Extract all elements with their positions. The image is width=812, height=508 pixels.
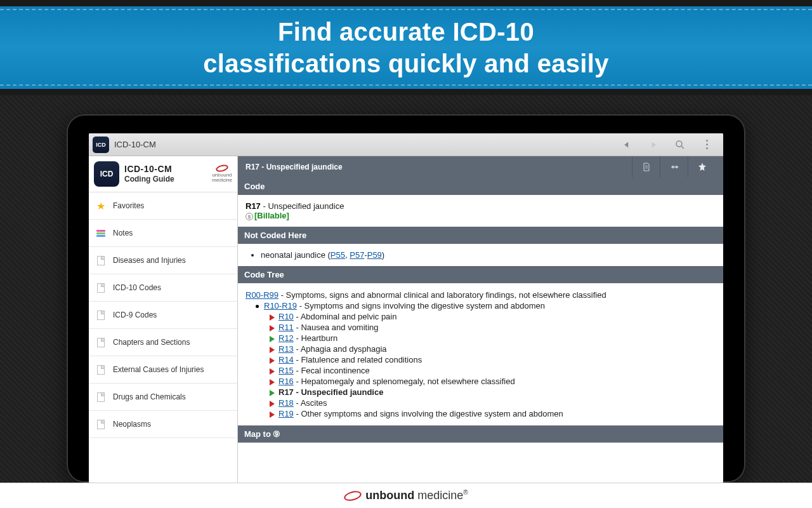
page-icon bbox=[95, 337, 107, 348]
code-link[interactable]: R10-R19 bbox=[264, 301, 297, 311]
sidebar: ICD ICD-10-CM Coding Guide unboundmedici… bbox=[89, 156, 238, 483]
topic-title: R17 - Unspecified jaundice bbox=[246, 163, 632, 171]
star-icon: ★ bbox=[95, 200, 107, 211]
sidebar-item-label: Drugs and Chemicals bbox=[113, 392, 186, 401]
page-footer: unbound medicine® bbox=[0, 483, 812, 508]
tree-item: R19 - Other symptoms and signs involving… bbox=[246, 408, 716, 419]
triangle-icon bbox=[270, 347, 275, 353]
page-icon bbox=[95, 418, 107, 430]
tree-item: R12 - Heartburn bbox=[246, 333, 716, 344]
code-link[interactable]: R19 bbox=[278, 409, 294, 418]
code-link[interactable]: R11 bbox=[278, 323, 294, 332]
app-bar: ICD ICD-10-CM bbox=[89, 133, 723, 156]
code-link[interactable]: R12 bbox=[278, 333, 294, 343]
code-link[interactable]: R00-R99 bbox=[246, 290, 278, 300]
tree-item: R13 - Aphagia and dysphagia bbox=[246, 344, 716, 354]
banner-text: Find accurate ICD-10classifications quic… bbox=[203, 16, 608, 79]
app-icon: ICD bbox=[93, 137, 109, 153]
tablet-frame: ICD ICD-10-CM ICD ICD-10-CM Coding Guide bbox=[67, 114, 745, 483]
billable-badge: [Billable] bbox=[254, 211, 289, 220]
sidebar-item[interactable]: External Causes of Injuries bbox=[89, 356, 237, 384]
promo-banner: Find accurate ICD-10classifications quic… bbox=[0, 0, 812, 95]
triangle-icon bbox=[270, 368, 275, 375]
back-button[interactable] bbox=[614, 135, 639, 154]
product-icon: ICD bbox=[94, 161, 119, 187]
triangle-icon bbox=[270, 314, 275, 321]
svg-point-0 bbox=[676, 141, 682, 147]
code-link[interactable]: P57 bbox=[350, 250, 364, 260]
swirl-icon bbox=[343, 489, 363, 502]
tree-item: R14 - Flatulence and related conditions bbox=[246, 354, 716, 365]
page-icon bbox=[95, 282, 107, 293]
triangle-icon bbox=[270, 379, 275, 385]
search-button[interactable] bbox=[667, 135, 693, 154]
sidebar-item[interactable]: ICD-10 Codes bbox=[89, 274, 237, 302]
sidebar-item[interactable]: Drugs and Chemicals bbox=[89, 384, 237, 411]
page-icon bbox=[95, 391, 107, 403]
sidebar-item[interactable]: Notes bbox=[89, 220, 237, 247]
section-codetree-body: R00-R99 - Symptoms, signs and abnormal c… bbox=[238, 283, 723, 425]
code-link[interactable]: R10 bbox=[278, 312, 294, 321]
triangle-icon bbox=[270, 411, 275, 418]
favorite-button[interactable] bbox=[688, 156, 716, 178]
triangle-icon bbox=[270, 358, 275, 364]
tree-item: R15 - Fecal incontinence bbox=[246, 365, 716, 376]
appbar-actions bbox=[614, 135, 719, 154]
section-notcoded-body: neonatal jaundice (P55, P57-P59) bbox=[238, 244, 723, 266]
sidebar-item[interactable]: Chapters and Sections bbox=[89, 329, 237, 356]
document-button[interactable] bbox=[632, 156, 660, 178]
billable-icon: $ bbox=[246, 213, 253, 220]
app-title: ICD-10-CM bbox=[114, 140, 614, 149]
svg-line-1 bbox=[681, 146, 684, 149]
code-link[interactable]: R18 bbox=[278, 398, 294, 408]
sidebar-item[interactable]: Diseases and Injuries bbox=[89, 247, 237, 274]
product-title: ICD-10-CM bbox=[124, 164, 174, 174]
sidebar-item-label: External Causes of Injuries bbox=[113, 365, 204, 374]
forward-button[interactable] bbox=[641, 135, 666, 154]
tree-item: R16 - Hepatomegaly and splenomegaly, not… bbox=[246, 376, 716, 387]
section-codetree-header: Code Tree bbox=[238, 266, 723, 283]
sidebar-item-label: ICD-9 Codes bbox=[113, 311, 157, 319]
code-link[interactable]: R13 bbox=[278, 344, 294, 354]
main-pane: R17 - Unspecified jaundice Code R17 - Un… bbox=[238, 156, 723, 483]
device-area: ICD ICD-10-CM ICD ICD-10-CM Coding Guide bbox=[0, 95, 812, 483]
sidebar-item-label: Chapters and Sections bbox=[113, 338, 190, 347]
code-link[interactable]: P59 bbox=[367, 250, 382, 260]
tree-item: R10 - Abdominal and pelvic pain bbox=[246, 311, 716, 322]
share-button[interactable] bbox=[660, 156, 688, 178]
code-link[interactable]: R15 bbox=[278, 366, 294, 375]
tree-item: R17 - Unspecified jaundice bbox=[246, 387, 716, 398]
triangle-icon bbox=[270, 390, 275, 396]
app-screen: ICD ICD-10-CM ICD ICD-10-CM Coding Guide bbox=[89, 133, 723, 483]
notes-icon bbox=[95, 227, 107, 239]
section-notcoded-header: Not Coded Here bbox=[238, 227, 723, 244]
sidebar-item[interactable]: Neoplasms bbox=[89, 411, 237, 438]
code-link[interactable]: P55 bbox=[331, 250, 345, 260]
content-scroll[interactable]: Code R17 - Unspecified jaundice $[Billab… bbox=[238, 178, 723, 483]
sidebar-item[interactable]: ICD-9 Codes bbox=[89, 302, 237, 329]
page-icon bbox=[95, 309, 107, 321]
triangle-icon bbox=[270, 336, 275, 342]
section-code-header: Code bbox=[238, 178, 723, 195]
vendor-logo: unboundmedicine bbox=[212, 165, 232, 183]
tree-item: R18 - Ascites bbox=[246, 398, 716, 408]
topic-bar: R17 - Unspecified jaundice bbox=[238, 156, 723, 178]
tree-item: R11 - Nausea and vomiting bbox=[246, 322, 716, 333]
product-subtitle: Coding Guide bbox=[124, 175, 174, 184]
code-link[interactable]: R14 bbox=[278, 355, 294, 364]
sidebar-item[interactable]: ★Favorites bbox=[89, 192, 237, 220]
section-code-body: R17 - Unspecified jaundice $[Billable] bbox=[238, 195, 723, 227]
page-icon bbox=[95, 364, 107, 375]
sidebar-item-label: Diseases and Injuries bbox=[113, 256, 186, 265]
sidebar-item-label: ICD-10 Codes bbox=[113, 283, 161, 292]
page-icon bbox=[95, 255, 107, 266]
not-coded-item: neonatal jaundice (P55, P57-P59) bbox=[261, 250, 716, 260]
sidebar-header: ICD ICD-10-CM Coding Guide unboundmedici… bbox=[89, 156, 237, 192]
code-link[interactable]: R16 bbox=[278, 377, 294, 386]
overflow-menu-button[interactable] bbox=[694, 135, 719, 154]
section-mapto-header: Map to ⑨ bbox=[238, 425, 723, 443]
footer-logo: unbound medicine® bbox=[344, 489, 468, 502]
sidebar-item-label: Notes bbox=[113, 229, 133, 237]
triangle-icon bbox=[270, 401, 275, 407]
sidebar-item-label: Neoplasms bbox=[113, 420, 151, 429]
